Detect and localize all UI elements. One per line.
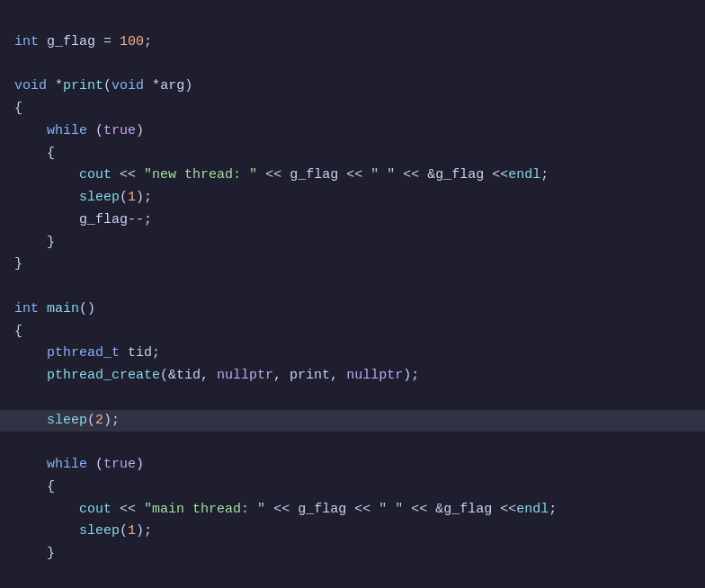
line-10: } bbox=[14, 235, 55, 250]
line-18: sleep(2); bbox=[0, 410, 705, 432]
line-21: cout << "main thread: " << g_flag << " "… bbox=[14, 502, 557, 517]
code-editor: int g_flag = 100; void *print(void *arg)… bbox=[14, 9, 691, 588]
line-23: } bbox=[14, 546, 55, 561]
line-19: while (true) bbox=[14, 457, 144, 472]
line-14: { bbox=[14, 324, 22, 339]
line-15: pthread_t tid; bbox=[14, 345, 160, 361]
line-17 bbox=[14, 390, 22, 405]
line-7: cout << "new thread: " << g_flag << " " … bbox=[14, 167, 549, 183]
line-16: pthread_create(&tid, nullptr, print, nul… bbox=[14, 368, 419, 383]
line-24 bbox=[14, 568, 22, 584]
line-1: int g_flag = 100; bbox=[14, 34, 152, 49]
line-6: { bbox=[14, 146, 55, 161]
line-11: } bbox=[14, 256, 22, 272]
line-12 bbox=[14, 279, 22, 294]
line-8: sleep(1); bbox=[14, 190, 152, 205]
line-5: while (true) bbox=[14, 123, 144, 138]
line-4: { bbox=[14, 101, 22, 116]
line-20: { bbox=[14, 479, 55, 494]
line-9: g_flag--; bbox=[14, 212, 152, 227]
line-22: sleep(1); bbox=[14, 523, 152, 539]
line-3: void *print(void *arg) bbox=[14, 78, 192, 94]
line-13: int main() bbox=[14, 301, 95, 316]
line-2 bbox=[14, 57, 22, 72]
